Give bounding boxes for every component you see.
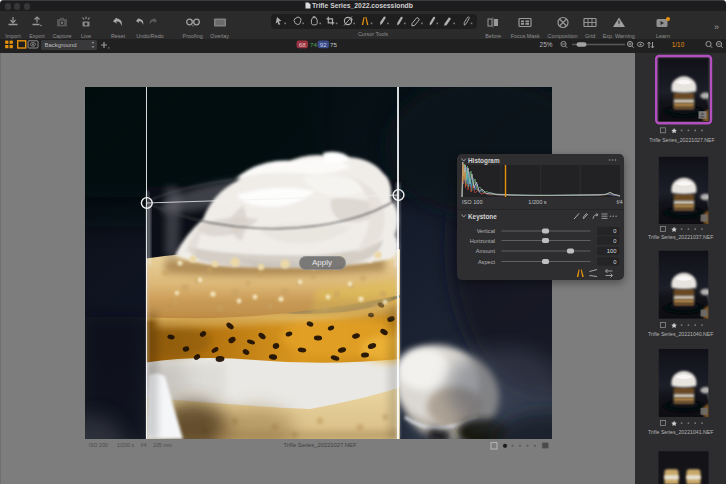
svg-text:1/200 s: 1/200 s [528,199,547,205]
svg-text:74: 74 [310,40,317,47]
svg-text:25%: 25% [540,40,553,47]
svg-text:100: 100 [606,248,616,254]
svg-text:1/10: 1/10 [672,40,685,47]
svg-text:75: 75 [330,40,337,47]
svg-text:0: 0 [613,237,616,243]
svg-text:Trifle Series_20221041.NEF: Trifle Series_20221041.NEF [648,429,713,435]
svg-text:Keystone: Keystone [468,212,497,220]
svg-text:Amount: Amount [475,248,495,254]
svg-text:Trifle Series_20221040.NEF: Trifle Series_20221040.NEF [648,331,713,337]
svg-text:68: 68 [299,40,306,47]
svg-text:0: 0 [613,258,616,264]
svg-text:Aspect: Aspect [477,258,495,264]
svg-text:92: 92 [320,40,327,47]
svg-text:Background: Background [45,42,77,48]
svg-text:Horizontal: Horizontal [469,237,494,243]
svg-text:0: 0 [613,228,616,234]
svg-text:f/4: f/4 [616,199,622,205]
svg-text:Trifle Series_20221037.NEF: Trifle Series_20221037.NEF [648,234,713,240]
svg-text:Vertical: Vertical [476,228,494,234]
svg-text:ISO 100: ISO 100 [462,199,483,205]
svg-text:Trifle Series_20221027.NEF: Trifle Series_20221027.NEF [649,136,714,142]
svg-text:Histogram: Histogram [468,156,500,164]
